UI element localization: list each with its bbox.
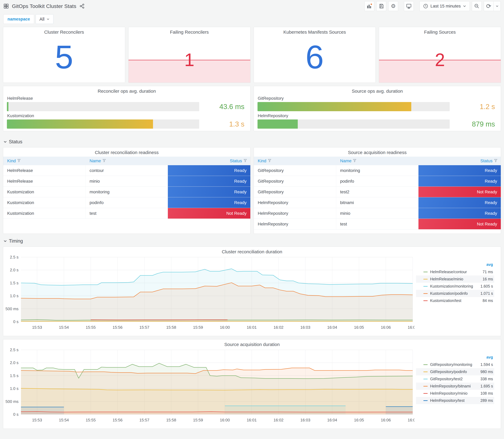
x-axis-tick-label: 16:07 bbox=[408, 325, 415, 330]
legend-series-avg: 16 ms bbox=[483, 277, 493, 281]
panel-title[interactable]: Failing Reconcilers bbox=[129, 27, 250, 35]
column-header-status[interactable]: Status bbox=[168, 159, 250, 163]
legend-item[interactable]: HelmRepository/test289 ms bbox=[416, 397, 494, 404]
name-cell: minio bbox=[336, 208, 418, 219]
zoom-out-button[interactable] bbox=[472, 1, 482, 11]
y-axis-tick-label: 0 s bbox=[13, 412, 19, 417]
panel-title[interactable]: Cluster Reconcilers bbox=[3, 27, 125, 35]
gauge-fill bbox=[258, 120, 298, 129]
time-range-picker[interactable]: Last 15 minutes bbox=[419, 1, 470, 11]
legend-series-swatch bbox=[423, 393, 428, 394]
panel-title[interactable]: Source acquisition duration bbox=[3, 340, 501, 347]
legend-item[interactable]: Kustomization/podinfo1.071 s bbox=[416, 290, 494, 297]
gauge-track bbox=[7, 120, 199, 129]
panel-title[interactable]: Failing Sources bbox=[379, 27, 501, 35]
add-panel-icon bbox=[367, 3, 372, 9]
legend-series-avg: 338 ms bbox=[480, 377, 493, 381]
status-cell: Ready bbox=[418, 208, 501, 219]
zoom-out-icon bbox=[474, 3, 479, 9]
kind-cell: HelmRepository bbox=[254, 208, 336, 219]
column-header-kind[interactable]: Kind bbox=[254, 159, 336, 163]
gauge-panel-source-ops: Source ops avg. duration GitRepository 1… bbox=[254, 86, 501, 131]
variable-namespace-select[interactable]: All bbox=[36, 14, 53, 24]
refresh-interval-dropdown[interactable] bbox=[494, 1, 501, 11]
table-row: KustomizationpodinfoReady bbox=[3, 197, 250, 208]
x-axis-tick-label: 16:02 bbox=[274, 418, 283, 422]
section-row-timing[interactable]: Timing bbox=[0, 234, 504, 247]
column-header-name[interactable]: Name bbox=[86, 159, 168, 163]
legend-item[interactable]: HelmRepository/minio108 ms bbox=[416, 390, 494, 397]
filter-icon[interactable] bbox=[244, 159, 247, 163]
legend-item[interactable]: HelmRelease/contour71 ms bbox=[416, 268, 494, 276]
name-cell: monitoring bbox=[336, 165, 418, 176]
name-cell: contour bbox=[86, 165, 168, 176]
gauge-value: 43.6 ms bbox=[199, 102, 247, 111]
name-cell: podinfo bbox=[86, 197, 168, 208]
filter-icon[interactable] bbox=[102, 159, 106, 163]
dashboard-settings-button[interactable]: ⚙ bbox=[388, 1, 398, 11]
panel-title[interactable]: Cluster reconciliation readiness bbox=[3, 147, 250, 155]
table-row: HelmRepositoryminioReady bbox=[254, 208, 501, 219]
filter-icon[interactable] bbox=[17, 159, 21, 163]
panel-title[interactable]: Cluster reconciliation duration bbox=[3, 247, 501, 254]
x-axis-tick-label: 16:06 bbox=[381, 325, 391, 330]
tables-row: Cluster reconciliation readiness Kind Na… bbox=[0, 147, 504, 234]
legend-avg-header[interactable]: avg bbox=[416, 262, 494, 268]
gauge-track bbox=[258, 102, 450, 111]
kind-cell: GitRepository bbox=[254, 187, 336, 197]
filter-icon[interactable] bbox=[494, 159, 497, 163]
legend-item[interactable]: Kustomization/test84 ms bbox=[416, 297, 494, 304]
column-header-name[interactable]: Name bbox=[336, 159, 418, 163]
legend-series-name: HelmRepository/minio bbox=[430, 391, 480, 396]
panel-title[interactable]: Source acquisition readiness bbox=[254, 147, 501, 155]
series-line bbox=[91, 320, 228, 320]
legend-item[interactable]: Kustomization/monitoring1.605 s bbox=[416, 283, 494, 290]
kind-cell: GitRepository bbox=[254, 165, 336, 176]
kind-cell: HelmRepository bbox=[254, 219, 336, 229]
timeseries-chart: 0 s500 ms1.0 s1.5 s2.0 s2.5 s15:5315:541… bbox=[4, 348, 415, 424]
save-icon bbox=[379, 3, 384, 9]
legend-series-name: Kustomization/monitoring bbox=[430, 284, 480, 289]
kind-cell: HelmRelease bbox=[3, 176, 86, 186]
table-header-row: Kind Name Status bbox=[254, 157, 501, 165]
kind-cell: Kustomization bbox=[3, 187, 86, 197]
legend-item[interactable]: HelmRelease/minio16 ms bbox=[416, 276, 494, 283]
x-axis-tick-label: 16:01 bbox=[247, 325, 257, 330]
refresh-button[interactable]: ⟳ bbox=[484, 1, 494, 11]
stats-row: Cluster Reconcilers 5 Failing Reconciler… bbox=[0, 27, 504, 83]
section-row-status[interactable]: Status bbox=[0, 135, 504, 147]
legend-series-swatch bbox=[423, 386, 428, 387]
column-header-kind[interactable]: Kind bbox=[3, 159, 86, 163]
filter-icon[interactable] bbox=[353, 159, 356, 163]
save-dashboard-button[interactable] bbox=[376, 1, 386, 11]
gauge-label: Kustomization bbox=[7, 113, 247, 118]
panel-title[interactable]: Source ops avg. duration bbox=[258, 86, 497, 94]
gauge-helmrepository: HelmRepository 879 ms bbox=[258, 113, 497, 129]
x-axis-tick-label: 16:00 bbox=[220, 418, 230, 422]
tv-mode-button[interactable] bbox=[404, 1, 414, 11]
legend-series-name: GitRepository/test2 bbox=[430, 377, 480, 381]
x-axis-tick-label: 16:05 bbox=[354, 418, 364, 422]
legend-item[interactable]: GitRepository/podinfo980 ms bbox=[416, 368, 494, 375]
add-panel-button[interactable] bbox=[364, 1, 374, 11]
legend-item[interactable]: HelmRepository/bitnami1.695 s bbox=[416, 383, 494, 390]
gauge-kustomization: Kustomization 1.3 s bbox=[7, 113, 247, 129]
legend-avg-header[interactable]: avg bbox=[416, 354, 494, 361]
status-cell: Ready bbox=[168, 176, 250, 186]
status-cell: Not Ready bbox=[168, 208, 250, 219]
gauge-value: 1.2 s bbox=[450, 102, 497, 111]
time-range-label: Last 15 minutes bbox=[430, 4, 461, 9]
name-cell: test2 bbox=[336, 187, 418, 197]
stat-panel-failing-sources: Failing Sources 2 bbox=[379, 27, 501, 83]
gauge-fill bbox=[7, 102, 8, 111]
x-axis-tick-label: 16:03 bbox=[300, 418, 310, 422]
section-title: Status bbox=[9, 139, 22, 145]
column-header-status[interactable]: Status bbox=[418, 159, 501, 163]
share-icon[interactable] bbox=[79, 3, 85, 9]
dashboard-grid-icon[interactable] bbox=[3, 3, 9, 9]
panel-title[interactable]: Reconciler ops avg. duration bbox=[7, 86, 247, 94]
legend-item[interactable]: GitRepository/test2338 ms bbox=[416, 375, 494, 383]
panel-title[interactable]: Kubernetes Manifests Sources bbox=[254, 27, 376, 35]
filter-icon[interactable] bbox=[268, 159, 271, 163]
legend-item[interactable]: GitRepository/monitoring1.594 s bbox=[416, 361, 494, 368]
